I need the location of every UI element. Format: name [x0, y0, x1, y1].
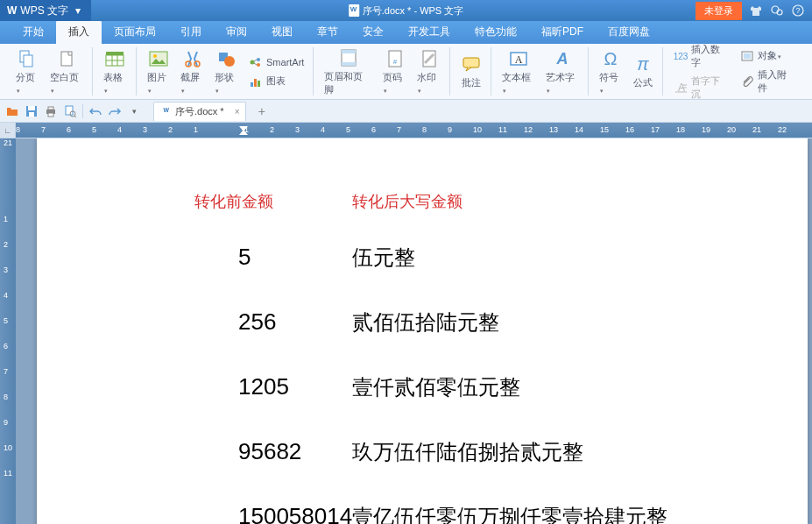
shape-label: 形状▾: [215, 71, 238, 95]
svg-rect-23: [251, 82, 253, 87]
ruler-tick: 15: [600, 125, 609, 134]
help-icon[interactable]: ?: [791, 4, 805, 18]
wordart-button[interactable]: A 艺术字▾: [542, 46, 583, 96]
print-icon[interactable]: [44, 104, 58, 118]
indent-marker[interactable]: [239, 123, 248, 138]
wechat-icon[interactable]: [770, 4, 784, 18]
save-icon[interactable]: [25, 104, 39, 118]
printpreview-icon[interactable]: [63, 104, 77, 118]
wordart-icon: A: [552, 48, 573, 69]
ribbon-group-symbol: Ω 符号▾ π 公式: [590, 47, 664, 96]
symbol-label: 符号▾: [599, 71, 623, 95]
svg-text:π: π: [638, 54, 650, 74]
ribbon-group-illustrations: 图片▾ 截屏▾ 形状▾ SmartArt 图表: [138, 47, 314, 96]
tab-start[interactable]: 开始: [11, 20, 56, 44]
dropcap-button[interactable]: A 首字下沉: [670, 73, 733, 103]
ruler-horizontal[interactable]: 8765432112345678910111213141516171819202…: [16, 123, 812, 138]
comment-label: 批注: [462, 76, 481, 89]
svg-rect-51: [48, 113, 53, 117]
window-title: 序号.docx * - WPS 文字: [363, 4, 464, 18]
skin-icon[interactable]: [749, 4, 763, 18]
document-canvas[interactable]: 转化前金额 转化后大写金额 5伍元整256贰佰伍拾陆元整1205壹仟贰佰零伍元整…: [16, 138, 812, 524]
wordart-label: 艺术字▾: [546, 71, 579, 95]
watermark-button[interactable]: 水印▾: [413, 46, 444, 96]
textbox-button[interactable]: A 文本框▾: [498, 46, 539, 96]
ruler-tick: 18: [676, 125, 685, 134]
formula-button[interactable]: π 公式: [629, 52, 657, 91]
image-button[interactable]: 图片▾: [144, 46, 174, 96]
table-row: 150058014壹亿伍仟零伍万捌仟零壹拾肆元整: [107, 503, 738, 524]
watermark-icon: [419, 48, 440, 69]
title-right: 未登录 ?: [695, 2, 812, 20]
tab-devtools[interactable]: 开发工具: [396, 20, 462, 44]
ruler-tick: 6: [4, 342, 8, 351]
smartart-button[interactable]: SmartArt: [245, 53, 307, 71]
undo-icon[interactable]: [88, 104, 102, 118]
add-tab-button[interactable]: +: [251, 104, 272, 118]
svg-rect-27: [342, 50, 356, 53]
ruler-tick: 22: [778, 125, 787, 134]
blankpage-button[interactable]: 空白页▾: [46, 46, 87, 96]
ruler-tick: 11: [498, 125, 507, 134]
svg-point-20: [257, 63, 260, 67]
ruler-tick: 5: [346, 125, 350, 134]
tab-chapter[interactable]: 章节: [305, 20, 350, 44]
tab-view[interactable]: 视图: [259, 20, 305, 44]
amount-number: 150058014: [107, 503, 352, 524]
ribbon-group-headerfooter: 页眉和页脚 # 页码▾ 水印▾: [315, 47, 450, 96]
shape-icon: [216, 48, 237, 69]
ruler-tick: 14: [575, 125, 583, 134]
headerfooter-label: 页眉和页脚: [324, 70, 372, 96]
screenshot-label: 截屏▾: [180, 71, 204, 95]
attachment-button[interactable]: 插入附件: [737, 67, 800, 96]
symbol-button[interactable]: Ω 符号▾: [596, 46, 626, 96]
screenshot-button[interactable]: 截屏▾: [177, 46, 208, 96]
redo-icon[interactable]: [108, 104, 122, 118]
svg-text:Ω: Ω: [604, 49, 618, 68]
headerfooter-button[interactable]: 页眉和页脚: [321, 46, 376, 98]
object-button[interactable]: 对象▾: [737, 47, 800, 65]
tab-features[interactable]: 特色功能: [462, 20, 529, 44]
separator: [82, 104, 83, 118]
document-tab[interactable]: 序号.docx * ×: [153, 102, 246, 121]
ruler-tick: 3: [143, 125, 147, 134]
amount-chinese: 贰佰伍拾陆元整: [352, 308, 499, 336]
table-row: 1205壹仟贰佰零伍元整: [107, 373, 738, 401]
ruler-tick: 7: [397, 125, 401, 134]
ruler-tick: 6: [371, 125, 376, 134]
login-button[interactable]: 未登录: [695, 2, 742, 20]
pagenum-button[interactable]: # 页码▾: [379, 46, 410, 96]
tab-foxitpdf[interactable]: 福昕PDF: [529, 20, 596, 44]
tab-security[interactable]: 安全: [350, 20, 396, 44]
title-bar: W WPS 文字 ▾ 序号.docx * - WPS 文字 未登录 ?: [0, 0, 812, 21]
tab-review[interactable]: 审阅: [214, 20, 259, 44]
insertnum-button[interactable]: 123 插入数字: [670, 41, 733, 71]
svg-rect-33: [463, 58, 479, 67]
paging-button[interactable]: 分页▾: [12, 46, 43, 96]
shape-button[interactable]: 形状▾: [211, 46, 242, 96]
tab-insert[interactable]: 插入: [56, 20, 102, 44]
app-badge[interactable]: W WPS 文字 ▾: [0, 0, 91, 21]
table-button[interactable]: 表格▾: [100, 46, 131, 96]
close-icon[interactable]: ×: [235, 107, 240, 117]
chart-button[interactable]: 图表: [245, 73, 307, 90]
tab-baidupan[interactable]: 百度网盘: [596, 20, 662, 44]
tab-pagelayout[interactable]: 页面布局: [102, 20, 168, 44]
ruler-tick: 4: [321, 125, 325, 134]
ribbon-group-pages: 分页▾ 空白页▾: [7, 47, 93, 96]
ruler-tick: 7: [41, 125, 46, 134]
ruler-tick: 21: [4, 138, 12, 147]
comment-button[interactable]: 批注: [457, 52, 485, 91]
svg-rect-28: [342, 62, 356, 66]
ruler-vertical[interactable]: 211234567891011: [0, 138, 16, 524]
svg-line-21: [254, 60, 257, 61]
document-page[interactable]: 转化前金额 转化后大写金额 5伍元整256贰佰伍拾陆元整1205壹仟贰佰零伍元整…: [37, 138, 808, 524]
open-icon[interactable]: [5, 104, 19, 118]
textbox-icon: A: [508, 48, 529, 69]
chevron-down-icon[interactable]: ▾: [72, 4, 84, 17]
insertnum-label: 插入数字: [691, 43, 730, 69]
dropcap-label: 首字下沉: [691, 74, 730, 101]
svg-text:?: ?: [795, 6, 800, 15]
more-icon[interactable]: ▾: [127, 104, 141, 118]
tab-reference[interactable]: 引用: [168, 20, 214, 44]
